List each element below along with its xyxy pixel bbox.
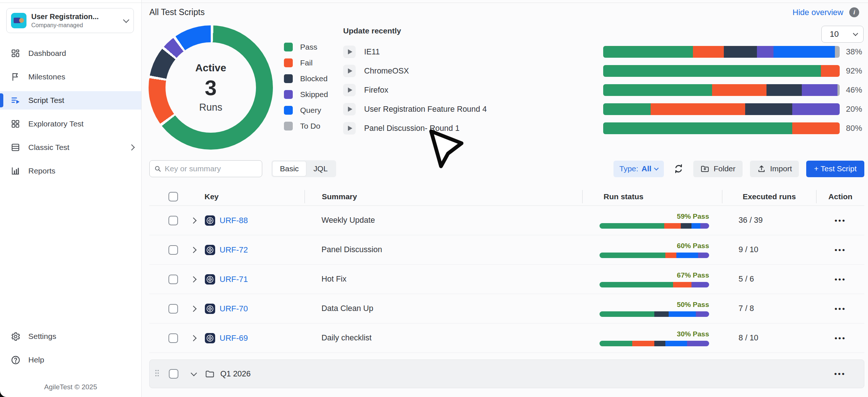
chevron-right-icon[interactable]	[191, 217, 197, 223]
sidebar-item-settings[interactable]: Settings	[0, 327, 141, 346]
row-checkbox[interactable]	[168, 245, 178, 255]
row-checkbox[interactable]	[168, 216, 178, 225]
test-scripts-table: Key Summary Run status Executed runs Act…	[149, 187, 864, 353]
chevron-right-icon[interactable]	[191, 305, 197, 312]
test-script-icon	[204, 244, 216, 255]
folder-name: Q1 2026	[220, 369, 250, 379]
summary-cell: Panel Discussion	[305, 245, 582, 254]
play-button[interactable]	[343, 84, 356, 96]
play-button[interactable]	[343, 46, 356, 58]
legend-item: Skipped	[284, 89, 328, 100]
import-button[interactable]: Import	[750, 161, 799, 177]
chevron-down-icon	[123, 17, 129, 23]
chevron-right-icon	[129, 144, 135, 151]
play-button[interactable]	[343, 122, 356, 135]
refresh-button[interactable]	[671, 161, 686, 176]
folder-icon	[205, 369, 215, 379]
search-input[interactable]	[165, 164, 257, 173]
sidebar-item-exploratory-test[interactable]: Exploratory Test	[0, 115, 141, 133]
runs-donut-chart: Active 3 Runs	[149, 25, 273, 150]
recent-run-name[interactable]: Firefox	[364, 86, 388, 95]
recent-run-name[interactable]: User Registration Feature Round 4	[364, 105, 487, 114]
legend-label: Skipped	[300, 90, 328, 99]
sidebar-item-classic-test[interactable]: Classic Test	[0, 138, 141, 157]
issue-key-link[interactable]: URF-72	[220, 245, 248, 255]
sidebar-bottom-nav: Settings Help	[0, 327, 141, 374]
column-header-summary: Summary	[305, 190, 582, 203]
dashboard-grid-icon	[10, 49, 21, 58]
run-status-bar	[600, 311, 709, 317]
row-actions-button[interactable]: •••	[816, 334, 864, 343]
test-script-icon	[204, 274, 216, 285]
folder-button[interactable]: Folder	[693, 161, 743, 177]
folder-row[interactable]: Q1 2026 •••	[149, 360, 864, 388]
chevron-down-icon	[654, 166, 659, 171]
recent-run-row: User Registration Feature Round 4 20%	[343, 103, 862, 115]
row-actions-button[interactable]: •••	[816, 369, 864, 378]
project-selector[interactable]: User Registration... Company-managed	[6, 8, 134, 33]
column-header-run-status: Run status	[582, 190, 722, 203]
issue-key-link[interactable]: URF-71	[220, 275, 248, 284]
recent-run-name[interactable]: ChromeOSX	[364, 67, 409, 76]
legend-label: Fail	[300, 58, 313, 67]
table-row: URF-70 Data Clean Up 50% Pass 7 / 8 •••	[149, 294, 864, 323]
legend-item: To Do	[284, 120, 328, 132]
type-filter-dropdown[interactable]: Type: All	[613, 161, 664, 177]
run-progress-bar	[603, 46, 840, 58]
row-actions-button[interactable]: •••	[816, 304, 864, 313]
hide-overview-link[interactable]: Hide overview	[793, 8, 843, 17]
search-box[interactable]	[149, 160, 262, 177]
recent-run-name[interactable]: IE11	[364, 47, 380, 57]
test-script-icon	[204, 303, 216, 314]
row-checkbox[interactable]	[168, 333, 178, 343]
basic-mode-button[interactable]: Basic	[273, 161, 306, 176]
legend-swatch	[284, 122, 293, 130]
run-status-bar	[600, 282, 709, 287]
summary-cell: Hot Fix	[305, 275, 582, 284]
legend-swatch	[284, 90, 293, 99]
play-icon	[348, 107, 352, 112]
row-actions-button[interactable]: •••	[816, 246, 864, 254]
legend-label: Pass	[300, 43, 317, 51]
page-size-select[interactable]: 10	[821, 26, 864, 43]
sidebar-item-milestones[interactable]: Milestones	[0, 68, 141, 86]
script-test-icon	[10, 95, 21, 105]
row-actions-button[interactable]: •••	[816, 216, 864, 225]
row-checkbox[interactable]	[168, 304, 178, 314]
row-actions-button[interactable]: •••	[816, 275, 864, 284]
sidebar-item-help[interactable]: Help	[0, 351, 141, 369]
recent-run-name[interactable]: Panel Discussion- Round 1	[364, 124, 459, 133]
chevron-down-icon[interactable]	[191, 370, 197, 376]
app-window: User Registration... Company-managed Das…	[0, 0, 868, 397]
recent-runs-panel: Update recently IE11 38% ChromeOSX 92% F…	[343, 26, 862, 141]
jql-mode-button[interactable]: JQL	[306, 161, 335, 176]
row-checkbox[interactable]	[169, 369, 178, 379]
play-button[interactable]	[343, 103, 356, 115]
select-all-checkbox[interactable]	[168, 192, 178, 201]
recent-run-row: IE11 38%	[343, 46, 862, 58]
run-progress-bar	[603, 122, 840, 134]
run-progress-bar	[603, 84, 840, 96]
info-icon[interactable]: i	[849, 7, 859, 17]
test-script-icon	[204, 215, 216, 226]
grid-icon	[10, 119, 21, 129]
chevron-right-icon[interactable]	[191, 335, 197, 341]
chevron-right-icon[interactable]	[191, 247, 197, 253]
play-icon	[348, 87, 352, 93]
sidebar-item-reports[interactable]: Reports	[0, 162, 141, 180]
sidebar-item-dashboard[interactable]: Dashboard	[0, 44, 141, 62]
recent-run-row: Firefox 46%	[343, 84, 862, 96]
table-row: URF-88 Weekly Update 59% Pass 36 / 39 ••…	[149, 206, 864, 235]
play-button[interactable]	[343, 65, 356, 77]
run-status-cell: 59% Pass	[600, 212, 709, 229]
run-status-bar	[600, 341, 709, 346]
drag-handle[interactable]	[154, 369, 160, 379]
issue-key-link[interactable]: URF-69	[220, 333, 248, 343]
new-test-script-button[interactable]: + Test Script	[806, 161, 864, 177]
issue-key-link[interactable]: URF-70	[220, 304, 248, 314]
issue-key-link[interactable]: URF-88	[220, 216, 248, 225]
chevron-right-icon[interactable]	[191, 276, 197, 282]
pass-percent-label: 60% Pass	[677, 242, 709, 250]
row-checkbox[interactable]	[168, 275, 178, 284]
sidebar-item-script-test[interactable]: Script Test	[0, 91, 141, 110]
